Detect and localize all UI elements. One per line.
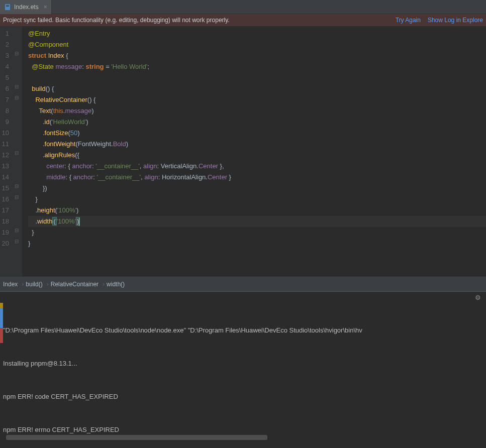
fold-open-icon[interactable]: ⊟ xyxy=(15,92,19,103)
breadcrumb-item[interactable]: Index xyxy=(3,281,18,288)
line-number: 16 xyxy=(0,194,9,205)
fold-open-icon[interactable]: ⊟ xyxy=(15,48,19,59)
line-gutter: 1 2 3 4 5 6 7 8 9 10 11 12 13 14 15 16 1… xyxy=(0,26,13,276)
fold-close-icon[interactable]: ⊟ xyxy=(15,225,19,236)
line-number: 14 xyxy=(0,172,9,183)
line-number: 13 xyxy=(0,161,9,172)
line-number: 11 xyxy=(0,139,9,150)
fold-close-icon[interactable]: ⊟ xyxy=(15,181,19,192)
console-panel: ⚙ "D:\Program Files\Huawei\DevEco Studio… xyxy=(0,291,486,445)
console-line: "D:\Program Files\Huawei\DevEco Studio\t… xyxy=(3,325,481,336)
fold-close-icon[interactable]: ⊟ xyxy=(15,192,19,203)
code-editor[interactable]: @Entry @Component struct Index { @State … xyxy=(22,26,486,276)
console-line: npm ERR! errno CERT_HAS_EXPIRED xyxy=(3,424,481,435)
line-number: 4 xyxy=(0,61,9,72)
svg-rect-0 xyxy=(5,4,10,10)
breadcrumb-item[interactable]: RelativeContainer xyxy=(51,281,99,288)
line-number: 19 xyxy=(0,227,9,238)
svg-rect-2 xyxy=(6,6,9,7)
sync-message: Project sync failed. Basic functionality… xyxy=(3,17,230,24)
show-log-link[interactable]: Show Log in Explore xyxy=(428,17,483,24)
close-icon[interactable]: × xyxy=(44,4,47,11)
tab-label: Index.ets xyxy=(14,4,39,11)
try-again-link[interactable]: Try Again xyxy=(396,17,421,24)
tabs-bar: Index.ets × xyxy=(0,0,486,14)
line-number: 8 xyxy=(0,105,9,117)
fold-gutter: ⊟ ⊟ ⊟ ⊟ ⊟ ⊟ 💡 ⊟ ⊟ xyxy=(13,26,22,276)
fold-open-icon[interactable]: ⊟ xyxy=(15,81,19,92)
sync-failed-banner: Project sync failed. Basic functionality… xyxy=(0,14,486,26)
line-number: 3 xyxy=(0,50,9,61)
line-number: 18 xyxy=(0,216,9,227)
sync-actions: Try Again Show Log in Explore xyxy=(396,17,483,24)
breadcrumbs: Index › build() › RelativeContainer › wi… xyxy=(0,276,486,291)
breadcrumb-item[interactable]: width() xyxy=(107,281,125,288)
line-number: 5 xyxy=(0,72,9,83)
console-toolbar: ⚙ xyxy=(0,292,486,303)
line-number: 9 xyxy=(0,117,9,128)
line-number: 2 xyxy=(0,39,9,50)
line-number: 15 xyxy=(0,183,9,194)
editor-area: 1 2 3 4 5 6 7 8 9 10 11 12 13 14 15 16 1… xyxy=(0,26,486,276)
chevron-right-icon: › xyxy=(103,281,105,288)
line-number: 7 xyxy=(0,94,9,105)
chevron-right-icon: › xyxy=(22,281,24,288)
editor-tab-index[interactable]: Index.ets × xyxy=(0,0,52,14)
console-output[interactable]: "D:\Program Files\Huawei\DevEco Studio\t… xyxy=(0,303,486,448)
horizontal-scrollbar[interactable] xyxy=(6,435,267,440)
fold-close-icon[interactable]: ⊟ xyxy=(15,236,19,247)
caret xyxy=(79,218,79,226)
line-number: 1 xyxy=(0,28,9,39)
console-line: Installing pnpm@8.13.1... xyxy=(3,358,481,369)
line-number: 20 xyxy=(0,238,9,249)
console-line: npm ERR! code CERT_HAS_EXPIRED xyxy=(3,391,481,402)
line-number: 10 xyxy=(0,128,9,139)
breadcrumb-item[interactable]: build() xyxy=(26,281,42,288)
svg-rect-1 xyxy=(6,5,9,6)
gear-icon[interactable]: ⚙ xyxy=(475,294,481,301)
line-number: 6 xyxy=(0,83,9,94)
line-number: 17 xyxy=(0,205,9,216)
chevron-right-icon: › xyxy=(47,281,49,288)
line-number: 12 xyxy=(0,150,9,161)
file-icon xyxy=(4,4,11,11)
fold-open-icon[interactable]: ⊟ xyxy=(15,148,19,159)
console-status-stripe xyxy=(0,303,3,433)
